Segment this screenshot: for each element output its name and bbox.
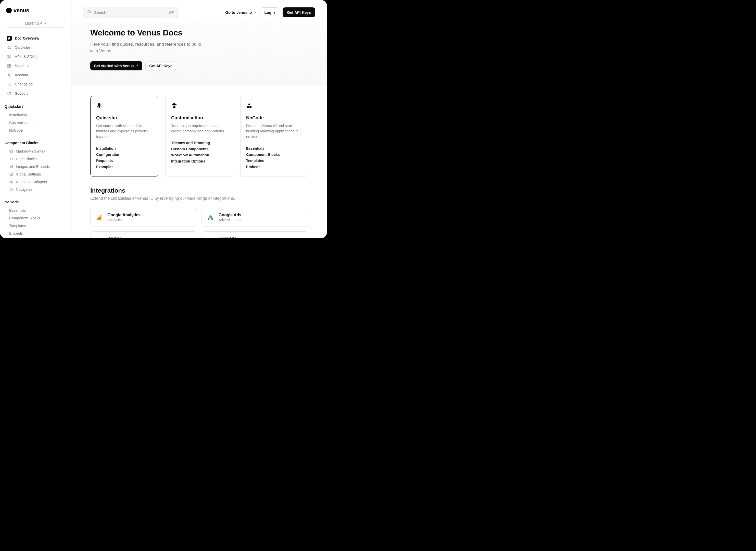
card-quickstart[interactable]: Quickstart Get started with Venus IO in … (90, 96, 158, 177)
logo-text: venus (14, 7, 29, 14)
sidebar-sub-code-blocks[interactable]: Code Blocks (5, 155, 67, 163)
card-link[interactable]: Integration Options (171, 158, 227, 164)
integrations: Integrations Extend the capabilities of … (71, 179, 327, 238)
card-link[interactable]: Examples (96, 164, 152, 170)
sidebar-sub-installation[interactable]: Installation (5, 111, 67, 119)
hero-api-keys-button[interactable]: Get API Keys (145, 61, 176, 70)
sidebar-sub-essentials[interactable]: Essentials (5, 207, 67, 214)
card-title: NoCode (246, 115, 302, 121)
integrations-grid: Google Analytics Analytics Google Ads Ad… (90, 208, 308, 238)
chevron-right-icon (253, 10, 256, 15)
svg-point-4 (8, 74, 10, 75)
sidebar-sub-global-settings[interactable]: Global Settings (5, 170, 67, 178)
sidebar-sub-navigation[interactable]: Navigation (5, 186, 67, 193)
sidebar-sub-customisation[interactable]: Customisation (5, 119, 67, 126)
shapes-icon (246, 102, 252, 109)
card-desc: Your unique requirements and create pers… (171, 123, 227, 134)
sidebar-item-sandbox[interactable]: Sandbox (5, 61, 67, 70)
sidebar-sub-component-blocks[interactable]: Component Blocks (5, 214, 67, 222)
card-links: Essentials Component Blocks Templates Em… (246, 145, 302, 170)
login-button[interactable]: Login (260, 7, 279, 17)
sidebar-item-label: Changelog (15, 82, 33, 86)
card-link[interactable]: Component Blocks (246, 151, 302, 158)
card-link[interactable]: Themes and Branding (171, 140, 227, 146)
sidebar-section-quickstart: Quickstart Installation Customisation No… (5, 103, 67, 134)
sidebar-item-label: Sandbox (15, 64, 29, 68)
integration-uber-ads[interactable]: Uber Ads Advertisement (201, 231, 308, 238)
integration-name: PayPal (107, 236, 121, 238)
card-link[interactable]: Embeds (246, 164, 302, 170)
rocket-icon (96, 102, 102, 109)
svg-point-18 (97, 218, 98, 220)
version-selector[interactable]: Latest v2.4 (6, 19, 65, 28)
sidebar-item-label: Account (15, 73, 28, 77)
card-links: Themes and Branding Custom Components Wo… (171, 140, 227, 164)
sidebar-item-apis-sdks[interactable]: APIs & SDKs (5, 52, 67, 61)
card-links: Installation Configuration Requests Exam… (96, 145, 152, 170)
sidebar-sub-reusable-snippets[interactable]: Reusable Snippets (5, 178, 67, 186)
search-input[interactable]: ⌘K (83, 7, 178, 18)
search-shortcut: ⌘K (169, 10, 174, 14)
svg-rect-1 (9, 64, 11, 66)
sidebar-heading: Component Blocks (5, 139, 67, 147)
google-analytics-icon (96, 214, 103, 221)
get-started-button[interactable]: Get started with Venus (90, 61, 142, 70)
integration-google-analytics[interactable]: Google Analytics Analytics (90, 208, 197, 227)
sidebar-item-support[interactable]: Support (5, 89, 67, 98)
search-field[interactable] (94, 10, 166, 15)
sidebar-item-doc-overview[interactable]: Doc Overview (5, 34, 67, 43)
card-link[interactable]: Installation (96, 145, 152, 151)
markdown-icon (9, 149, 13, 153)
logo-icon (6, 8, 12, 13)
card-link[interactable]: Templates (246, 158, 302, 164)
logo[interactable]: venus (5, 7, 67, 19)
card-nocode[interactable]: NoCode Dive into Venus IO and start buil… (240, 96, 308, 177)
sidebar-item-changelog[interactable]: Changelog (5, 80, 67, 89)
svg-rect-17 (98, 216, 100, 220)
sidebar-sub-nocode[interactable]: NoCode (5, 126, 67, 134)
topbar-actions: Go to venus.io Login Get API Keys (225, 7, 315, 17)
card-link[interactable]: Custom Components (171, 146, 227, 152)
integration-google-ads[interactable]: Google Ads Advertisement (201, 208, 308, 227)
svg-rect-16 (100, 215, 101, 220)
page-title: Welcome to Venus Docs (90, 28, 308, 37)
sidebar-sub-markdown[interactable]: Markdown Syntax (5, 147, 67, 155)
card-customisation[interactable]: Customisation Your unique requirements a… (165, 96, 233, 177)
sidebar-section-component-blocks: Component Blocks Markdown Syntax Code Bl… (5, 139, 67, 193)
integration-category: Analytics (107, 218, 140, 222)
layers-icon (171, 102, 177, 109)
search-icon (87, 9, 92, 15)
image-icon (9, 164, 13, 169)
svg-rect-11 (11, 182, 13, 183)
page-subtitle: Here you'll find guides, resources, and … (90, 41, 202, 55)
user-icon (7, 72, 12, 78)
svg-rect-3 (9, 66, 11, 67)
sidebar-item-quickstart[interactable]: Quickstart (5, 43, 67, 52)
bell-icon (7, 45, 12, 50)
sidebar-sub-images-embeds[interactable]: Images and Embeds (5, 163, 67, 170)
sidebar-item-label: Support (15, 91, 28, 95)
card-link[interactable]: Requests (96, 158, 152, 164)
sidebar-main-nav: Doc Overview Quickstart APIs & SDKs Sand… (5, 34, 67, 98)
uber-icon (207, 237, 214, 238)
goto-link[interactable]: Go to venus.io (225, 10, 256, 15)
shapes-icon (9, 180, 13, 184)
integration-paypal[interactable]: PayPal Payment (90, 231, 197, 238)
card-title: Quickstart (96, 115, 152, 121)
card-desc: Dive into Venus IO and start building am… (246, 123, 302, 140)
svg-point-13 (88, 10, 91, 13)
card-link[interactable]: Configuration (96, 151, 152, 158)
card-link[interactable]: Workflow Automation (171, 152, 227, 158)
get-api-keys-button[interactable]: Get API Keys (282, 7, 315, 17)
gear-icon (9, 172, 13, 176)
home-icon (7, 36, 12, 41)
app-window: venus Latest v2.4 Doc Overview Quickstar… (0, 0, 327, 238)
sidebar-sub-templates[interactable]: Templates (5, 222, 67, 229)
sidebar-item-account[interactable]: Account (5, 70, 67, 80)
integration-name: Google Ads (218, 213, 241, 217)
sidebar-sub-embeds[interactable]: Embeds (5, 229, 67, 237)
card-link[interactable]: Essentials (246, 145, 302, 151)
svg-rect-0 (8, 64, 9, 66)
paypal-icon (96, 237, 103, 238)
grid-icon (7, 63, 12, 68)
